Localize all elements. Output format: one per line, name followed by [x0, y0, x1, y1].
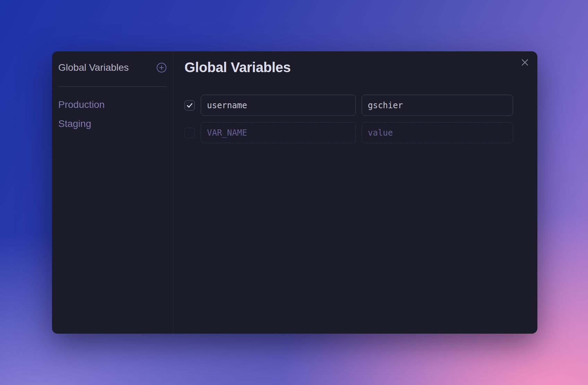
close-icon	[520, 58, 529, 68]
sidebar-title: Global Variables	[58, 62, 129, 74]
variable-name-input[interactable]	[201, 95, 356, 116]
check-icon	[186, 129, 193, 137]
new-variable-value-input[interactable]	[362, 122, 513, 143]
page-title: Global Variables	[184, 59, 537, 76]
sidebar-item-production[interactable]: Production	[58, 99, 167, 111]
sidebar-divider	[58, 86, 167, 87]
new-variable-name-input[interactable]	[201, 122, 356, 143]
close-button[interactable]	[520, 58, 530, 68]
sidebar-item-staging[interactable]: Staging	[58, 118, 167, 130]
variables-panel: Global Variables	[173, 51, 537, 334]
check-icon	[186, 102, 193, 109]
environments-sidebar: Global Variables Production Staging	[52, 51, 173, 334]
global-variables-dialog: Global Variables Production Staging Glob…	[52, 51, 537, 334]
sidebar-header: Global Variables	[58, 62, 167, 74]
new-variable-enabled-checkbox[interactable]	[184, 128, 195, 138]
add-environment-button[interactable]	[156, 62, 167, 73]
plus-circle-icon	[156, 62, 167, 73]
environment-list: Production Staging	[58, 99, 167, 130]
variable-enabled-checkbox[interactable]	[184, 100, 195, 111]
variables-grid	[184, 95, 537, 143]
variable-value-input[interactable]	[362, 95, 513, 116]
